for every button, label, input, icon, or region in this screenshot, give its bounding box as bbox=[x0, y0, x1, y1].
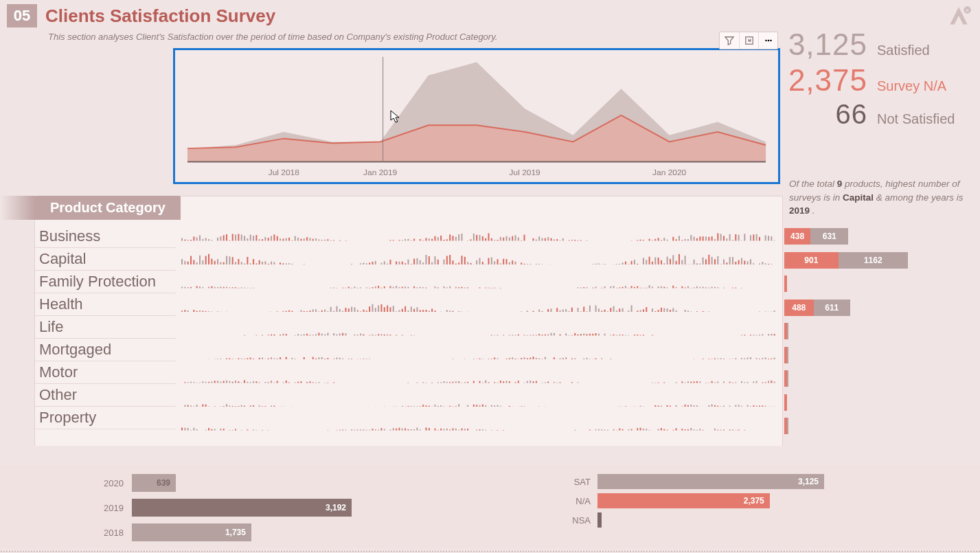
svg-rect-228 bbox=[420, 260, 421, 264]
svg-rect-1066 bbox=[413, 429, 415, 431]
svg-rect-1113 bbox=[676, 428, 677, 430]
svg-rect-1026 bbox=[205, 430, 207, 431]
svg-rect-296 bbox=[679, 253, 680, 264]
status-bar-label: SAT bbox=[563, 477, 591, 487]
svg-text:Jul 2018: Jul 2018 bbox=[269, 168, 300, 177]
svg-rect-1102 bbox=[631, 429, 633, 431]
svg-rect-224 bbox=[407, 259, 409, 264]
product-category-header: Product Category bbox=[35, 196, 181, 220]
category-bar[interactable] bbox=[784, 275, 922, 292]
svg-rect-255 bbox=[503, 258, 504, 264]
category-bar[interactable] bbox=[784, 370, 922, 387]
kpi-satisfied-label: Satisfied bbox=[877, 43, 966, 58]
category-sparkline[interactable] bbox=[181, 241, 777, 265]
svg-rect-306 bbox=[708, 254, 709, 264]
category-bar[interactable] bbox=[784, 323, 922, 339]
category-item[interactable]: Property bbox=[35, 407, 176, 429]
svg-rect-1031 bbox=[223, 429, 225, 430]
svg-rect-1067 bbox=[416, 427, 418, 430]
kpi-not-satisfied[interactable]: 66 Not Satisfied bbox=[781, 99, 966, 130]
surveys-by-status-chart[interactable]: SAT3,125N/A2,375NSA bbox=[563, 474, 948, 548]
svg-rect-1037 bbox=[253, 429, 254, 430]
year-bar[interactable]: 2020639 bbox=[82, 474, 522, 492]
svg-rect-308 bbox=[714, 259, 716, 264]
svg-rect-193 bbox=[253, 259, 254, 264]
category-item[interactable]: Mortgaged bbox=[35, 339, 176, 361]
timeline-area-chart[interactable]: Jul 2018Jan 2019Jul 2019Jan 2020 bbox=[173, 48, 780, 184]
svg-rect-184 bbox=[226, 256, 227, 264]
svg-rect-1101 bbox=[628, 429, 629, 430]
product-sparklines[interactable] bbox=[176, 196, 782, 446]
svg-rect-494 bbox=[393, 306, 394, 312]
svg-rect-1052 bbox=[369, 430, 370, 431]
svg-rect-35 bbox=[253, 236, 254, 240]
category-item[interactable]: Life bbox=[35, 316, 176, 339]
category-sparkline[interactable] bbox=[181, 217, 777, 241]
more-options-icon[interactable] bbox=[758, 32, 777, 49]
svg-rect-293 bbox=[670, 258, 671, 264]
category-bar[interactable]: 488611 bbox=[784, 300, 922, 316]
filter-icon[interactable] bbox=[720, 32, 739, 49]
category-item[interactable]: Family Protection bbox=[35, 271, 176, 293]
svg-rect-1063 bbox=[404, 428, 406, 430]
category-sparkline[interactable] bbox=[181, 312, 777, 336]
svg-rect-1109 bbox=[661, 428, 662, 430]
category-bar[interactable] bbox=[784, 347, 922, 363]
status-bar[interactable]: NSA bbox=[563, 512, 948, 528]
category-bar[interactable] bbox=[784, 394, 922, 411]
svg-rect-34 bbox=[250, 235, 251, 241]
category-item[interactable]: Health bbox=[35, 293, 176, 316]
svg-rect-191 bbox=[247, 256, 248, 264]
kpi-na-label: Survey N/A bbox=[877, 78, 966, 94]
status-bar[interactable]: N/A2,375 bbox=[563, 493, 948, 508]
svg-point-5 bbox=[770, 40, 771, 41]
svg-rect-502 bbox=[416, 307, 418, 312]
svg-rect-29 bbox=[235, 234, 236, 240]
category-stacked-bars[interactable]: 4386319011162488611 bbox=[784, 228, 922, 442]
kpi-na-value: 2,375 bbox=[788, 63, 867, 98]
category-item[interactable]: Capital bbox=[35, 248, 176, 271]
svg-rect-1077 bbox=[452, 428, 453, 430]
category-sparkline[interactable] bbox=[181, 407, 777, 431]
surveys-by-year-chart[interactable]: 202063920193,19220181,735 bbox=[82, 474, 522, 548]
category-sparkline[interactable] bbox=[181, 336, 777, 360]
svg-rect-1074 bbox=[443, 429, 444, 430]
year-bar[interactable]: 20181,735 bbox=[82, 523, 522, 541]
category-item[interactable]: Business bbox=[35, 225, 176, 248]
category-bar[interactable] bbox=[784, 418, 922, 434]
category-sparkline[interactable] bbox=[181, 289, 777, 313]
svg-rect-320 bbox=[750, 259, 751, 264]
svg-rect-309 bbox=[717, 256, 718, 264]
category-sparkline[interactable] bbox=[181, 359, 777, 383]
kpi-survey-na[interactable]: 2,375 Survey N/A bbox=[781, 63, 966, 98]
focus-mode-icon[interactable] bbox=[739, 32, 758, 49]
category-bar[interactable]: 438631 bbox=[784, 228, 922, 245]
svg-rect-1105 bbox=[643, 429, 644, 431]
svg-rect-1039 bbox=[262, 430, 263, 431]
category-item[interactable]: Other bbox=[35, 384, 176, 407]
category-sparkline[interactable] bbox=[181, 383, 777, 407]
svg-rect-1103 bbox=[637, 428, 638, 430]
svg-rect-297 bbox=[681, 260, 683, 264]
svg-rect-166 bbox=[768, 236, 769, 240]
svg-rect-230 bbox=[425, 254, 426, 264]
product-category-list: BusinessCapitalFamily ProtectionHealthLi… bbox=[35, 196, 176, 446]
status-bar[interactable]: SAT3,125 bbox=[563, 474, 948, 489]
category-bar[interactable]: 9011162 bbox=[784, 252, 922, 269]
year-bar[interactable]: 20193,192 bbox=[82, 499, 522, 517]
svg-rect-1059 bbox=[393, 428, 394, 430]
svg-rect-1042 bbox=[336, 430, 337, 431]
svg-rect-160 bbox=[744, 234, 745, 240]
svg-rect-542 bbox=[613, 306, 615, 312]
svg-rect-1047 bbox=[354, 430, 355, 431]
svg-rect-1076 bbox=[449, 429, 451, 430]
kpi-satisfied[interactable]: 3,125 Satisfied bbox=[781, 27, 966, 62]
svg-rect-31 bbox=[241, 234, 242, 240]
svg-rect-307 bbox=[711, 256, 713, 264]
category-item[interactable]: Motor bbox=[35, 361, 176, 384]
svg-rect-1089 bbox=[503, 430, 504, 431]
svg-rect-30 bbox=[238, 234, 239, 240]
svg-text:Jan 2020: Jan 2020 bbox=[652, 168, 687, 177]
svg-rect-316 bbox=[738, 260, 740, 264]
category-sparkline[interactable] bbox=[181, 264, 777, 289]
